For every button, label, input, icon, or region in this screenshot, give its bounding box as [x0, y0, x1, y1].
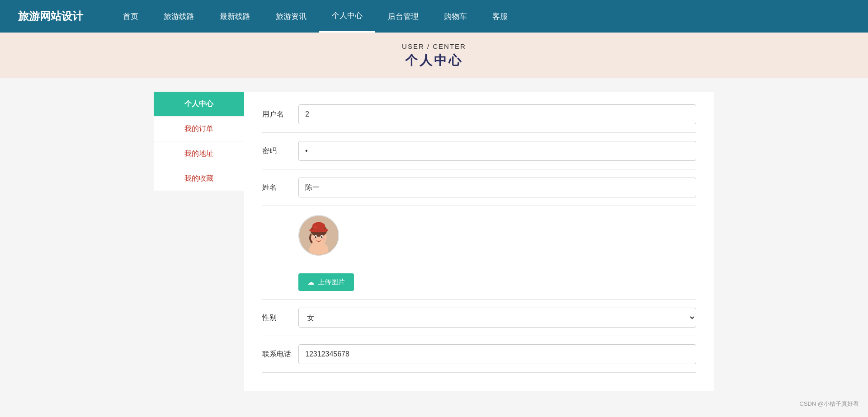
username-input[interactable]	[298, 104, 696, 124]
password-label: 密码	[262, 146, 298, 156]
sidebar-item-orders[interactable]: 我的订单	[154, 117, 244, 141]
svg-point-12	[312, 238, 316, 240]
name-label: 姓名	[262, 183, 298, 192]
phone-label: 联系电话	[262, 350, 298, 359]
upload-icon: ☁	[307, 278, 314, 286]
avatar-row	[262, 206, 696, 265]
name-input[interactable]	[298, 178, 696, 197]
upload-row: ☁ 上传图片	[262, 265, 696, 300]
site-brand: 旅游网站设计	[18, 9, 83, 23]
gender-row: 性别 女 男	[262, 300, 696, 336]
upload-image-button[interactable]: ☁ 上传图片	[298, 273, 354, 291]
svg-point-7	[314, 226, 317, 228]
svg-point-11	[321, 236, 323, 238]
nav-item-cart[interactable]: 购物车	[431, 0, 480, 33]
phone-input[interactable]	[298, 344, 696, 364]
name-row: 姓名	[262, 169, 696, 206]
phone-row: 联系电话	[262, 336, 696, 373]
nav-item-admin[interactable]: 后台管理	[375, 0, 431, 33]
nav-item-center[interactable]: 个人中心	[319, 0, 375, 33]
main-content: 个人中心 我的订单 我的地址 我的收藏 用户名 密码 姓名	[145, 92, 723, 391]
nav-item-service[interactable]: 客服	[480, 0, 520, 33]
navbar: 旅游网站设计 首页 旅游线路 最新线路 旅游资讯 个人中心 后台管理 购物车 客…	[0, 0, 868, 33]
upload-label: 上传图片	[318, 278, 345, 286]
nav-item-new-routes[interactable]: 最新线路	[207, 0, 263, 33]
gender-select[interactable]: 女 男	[298, 308, 696, 328]
page-banner: USER / CENTER 个人中心	[0, 33, 868, 78]
svg-point-6	[312, 222, 326, 230]
nav-item-news[interactable]: 旅游资讯	[263, 0, 319, 33]
nav-item-home[interactable]: 首页	[110, 0, 151, 33]
password-row: 密码	[262, 133, 696, 169]
sidebar-item-favorites[interactable]: 我的收藏	[154, 166, 244, 191]
gender-label: 性别	[262, 313, 298, 323]
watermark: CSDN @小桔子真好看	[799, 400, 859, 408]
password-input[interactable]	[298, 141, 696, 161]
svg-point-13	[322, 238, 326, 240]
avatar	[298, 215, 339, 256]
nav-links: 首页 旅游线路 最新线路 旅游资讯 个人中心 后台管理 购物车 客服	[110, 0, 520, 33]
page-title: 个人中心	[0, 52, 868, 69]
svg-point-10	[315, 236, 316, 238]
breadcrumb: USER / CENTER	[0, 42, 868, 50]
sidebar-item-center[interactable]: 个人中心	[154, 92, 244, 117]
sidebar: 个人中心 我的订单 我的地址 我的收藏	[154, 92, 244, 391]
nav-item-routes[interactable]: 旅游线路	[151, 0, 207, 33]
sidebar-item-address[interactable]: 我的地址	[154, 141, 244, 166]
username-row: 用户名	[262, 96, 696, 133]
profile-form: 用户名 密码 姓名	[244, 92, 714, 391]
username-label: 用户名	[262, 110, 298, 119]
